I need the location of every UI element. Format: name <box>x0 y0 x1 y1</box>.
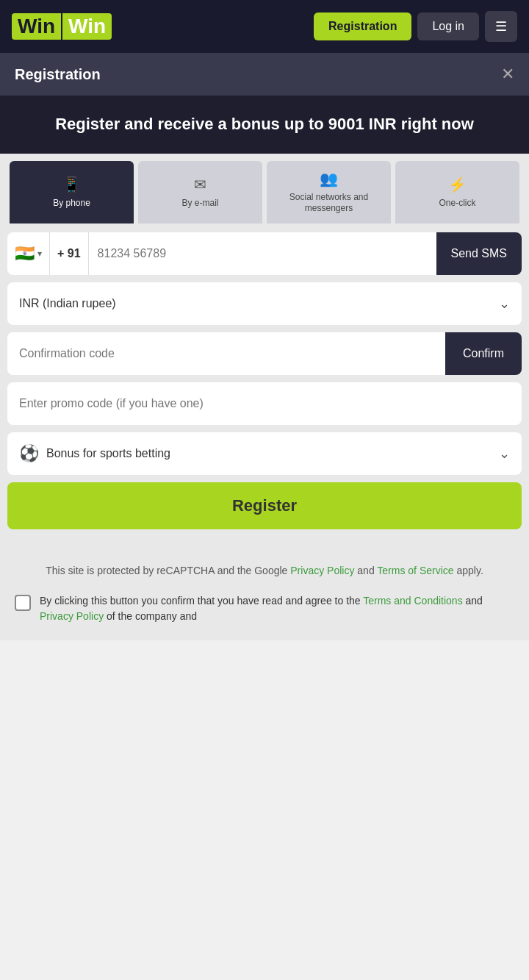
tab-social-label: Social networks and messengers <box>271 192 386 215</box>
registration-panel: Registration ✕ Register and receive a bo… <box>0 53 529 154</box>
header-buttons: Registration Log in ☰ <box>314 11 517 42</box>
flag-icon: 🇮🇳 <box>15 244 35 263</box>
promo-code-input[interactable] <box>19 397 510 410</box>
phone-row: 🇮🇳 ▾ + 91 Send SMS <box>7 232 522 275</box>
menu-button[interactable]: ☰ <box>485 11 517 42</box>
bonus-left: ⚽ Bonus for sports betting <box>19 444 170 463</box>
email-icon: ✉ <box>194 176 206 193</box>
send-sms-button[interactable]: Send SMS <box>436 232 522 275</box>
privacy-policy-link2[interactable]: Privacy Policy <box>40 610 104 622</box>
currency-label: INR (Indian rupee) <box>19 297 116 310</box>
currency-chevron-icon: ⌄ <box>499 296 510 312</box>
phone-icon: 📱 <box>62 176 81 193</box>
promo-row <box>7 382 522 425</box>
terms-text: By clicking this button you confirm that… <box>40 593 514 624</box>
phone-input[interactable] <box>89 232 436 275</box>
close-button[interactable]: ✕ <box>501 65 514 84</box>
tab-oneclick[interactable]: ⚡ One-click <box>395 161 519 223</box>
country-selector[interactable]: 🇮🇳 ▾ <box>7 232 50 275</box>
terms-of-service-link[interactable]: Terms of Service <box>377 565 453 576</box>
terms-row: By clicking this button you confirm that… <box>15 589 514 629</box>
dial-code: + 91 <box>50 232 89 275</box>
terms-checkbox[interactable] <box>15 595 31 611</box>
logo: WinWin <box>12 13 112 40</box>
tab-oneclick-label: One-click <box>439 198 475 210</box>
confirm-button[interactable]: Confirm <box>445 332 522 375</box>
tab-by-phone[interactable]: 📱 By phone <box>10 161 134 223</box>
soccer-icon: ⚽ <box>19 444 39 463</box>
footer-section: This site is protected by reCAPTCHA and … <box>0 551 529 640</box>
confirmation-row: Confirm <box>7 332 522 375</box>
bonus-banner: Register and receive a bonus up to 9001 … <box>0 96 529 154</box>
header: WinWin Registration Log in ☰ <box>0 0 529 53</box>
social-icon: 👥 <box>320 170 338 187</box>
oneclick-icon: ⚡ <box>448 176 467 193</box>
registration-header: Registration ✕ <box>0 53 529 96</box>
tab-email-label: By e-mail <box>181 198 218 210</box>
confirmation-code-input[interactable] <box>7 332 445 375</box>
logo-win1: Win <box>12 13 61 40</box>
registration-tabs: 📱 By phone ✉ By e-mail 👥 Social networks… <box>0 154 529 223</box>
privacy-policy-link[interactable]: Privacy Policy <box>290 565 354 576</box>
login-button[interactable]: Log in <box>417 12 479 40</box>
registration-form: 🇮🇳 ▾ + 91 Send SMS INR (Indian rupee) ⌄ … <box>0 223 529 551</box>
register-button[interactable]: Register <box>7 482 522 529</box>
registration-title: Registration <box>15 66 101 83</box>
tab-phone-label: By phone <box>53 198 90 210</box>
tab-social[interactable]: 👥 Social networks and messengers <box>267 161 391 223</box>
bonus-label: Bonus for sports betting <box>46 447 170 460</box>
logo-win2: Win <box>62 13 112 40</box>
bonus-chevron-icon: ⌄ <box>499 446 510 462</box>
recaptcha-text: This site is protected by reCAPTCHA and … <box>15 563 514 579</box>
bonus-selector[interactable]: ⚽ Bonus for sports betting ⌄ <box>7 432 522 475</box>
currency-selector[interactable]: INR (Indian rupee) ⌄ <box>7 282 522 325</box>
terms-conditions-link[interactable]: Terms and Conditions <box>363 595 462 607</box>
registration-button[interactable]: Registration <box>314 12 411 40</box>
tab-by-email[interactable]: ✉ By e-mail <box>138 161 262 223</box>
country-chevron-icon: ▾ <box>37 248 42 259</box>
